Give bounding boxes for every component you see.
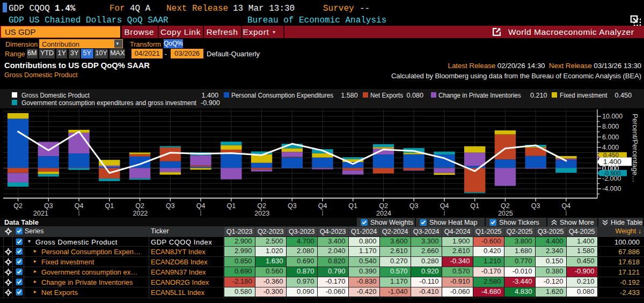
svg-text:0.450: 0.450 [603, 152, 619, 158]
svg-text:Q2: Q2 [501, 202, 510, 210]
svg-text:6.000: 6.000 [602, 134, 619, 141]
svg-text:Q3: Q3 [166, 202, 175, 210]
svg-text:Q2: Q2 [379, 202, 388, 210]
svg-text:Q1: Q1 [105, 202, 114, 210]
svg-text:2023: 2023 [254, 210, 269, 217]
svg-text:2024: 2024 [376, 210, 391, 217]
svg-text:8.000: 8.000 [602, 123, 619, 130]
svg-text:Percent/Percentage…: Percent/Percentage… [631, 114, 639, 182]
svg-text:10.000: 10.000 [602, 113, 623, 120]
svg-text:-0.900: -0.900 [603, 170, 621, 176]
svg-text:Q4: Q4 [196, 202, 206, 210]
svg-text:Q3: Q3 [44, 202, 53, 210]
svg-text:Q1: Q1 [470, 202, 479, 210]
svg-text:Q4: Q4 [440, 202, 449, 210]
svg-text:Q1: Q1 [226, 202, 236, 210]
svg-text:Q4: Q4 [562, 202, 571, 210]
svg-text:Q3: Q3 [531, 202, 540, 210]
svg-text:Q3: Q3 [409, 202, 419, 210]
svg-text:2022: 2022 [133, 210, 148, 217]
svg-text:Q2: Q2 [257, 202, 266, 210]
svg-text:Q4: Q4 [75, 202, 84, 210]
svg-text:Q1: Q1 [348, 202, 357, 210]
svg-text:2021: 2021 [33, 210, 48, 217]
svg-text:Q4: Q4 [318, 202, 327, 210]
svg-text:Q2: Q2 [135, 202, 144, 210]
svg-text:2025: 2025 [498, 210, 513, 217]
svg-text:Q2: Q2 [13, 202, 23, 210]
svg-text:Q3: Q3 [288, 202, 297, 210]
svg-text:4.000: 4.000 [602, 144, 619, 151]
svg-text:-4.000: -4.000 [602, 185, 621, 193]
